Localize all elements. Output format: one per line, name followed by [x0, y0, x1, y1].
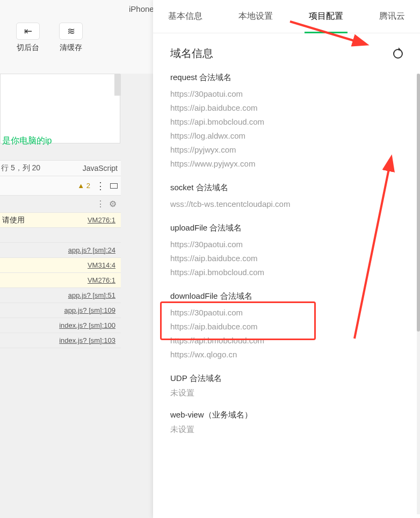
- domain-group-label: web-view（业务域名）: [170, 410, 403, 420]
- domain-item: https://api.bmobcloud.com: [170, 265, 403, 279]
- log-row[interactable]: app.js? [sm]:24: [0, 243, 121, 258]
- domain-item: https://pyjwyx.com: [170, 143, 403, 157]
- warning-count[interactable]: ▲ 2: [77, 182, 90, 190]
- domain-unset: 未设置: [170, 388, 403, 398]
- console-settings-row: ⋮ ⚙: [0, 196, 121, 213]
- language-label: JavaScript: [83, 164, 121, 172]
- domain-item: https://30paotui.com: [170, 87, 403, 101]
- domain-group-2: uploadFile 合法域名https://30paotui.comhttps…: [170, 223, 403, 279]
- domain-group-0: request 合法域名https://30paotui.comhttps://…: [170, 73, 403, 171]
- log-source-link[interactable]: VM276:1: [88, 276, 115, 284]
- log-row[interactable]: VM276:1: [0, 273, 121, 288]
- gear-icon[interactable]: ⚙: [109, 199, 117, 209]
- toolbar-button-icon[interactable]: ≋: [59, 23, 83, 40]
- ip-hint-text: 是你电脑的ip: [0, 135, 52, 147]
- domain-group-label: request 合法域名: [170, 73, 403, 83]
- panel-tab-2[interactable]: 项目配置: [305, 0, 347, 33]
- log-row[interactable]: 请使用VM276:1: [0, 213, 121, 228]
- domain-group-label: socket 合法域名: [170, 183, 403, 193]
- scrollbar-thumb[interactable]: [417, 74, 420, 332]
- toolbar-button-icon[interactable]: ⇤: [16, 23, 40, 40]
- section-title: 域名信息: [170, 46, 213, 61]
- panel-toggle-icon[interactable]: [110, 183, 118, 189]
- log-source-link[interactable]: VM314:4: [88, 261, 115, 269]
- log-row[interactable]: app.js? [sm]:109: [0, 303, 121, 318]
- console-status-bar: ▲ 2 ⋮: [0, 176, 121, 196]
- more-icon[interactable]: ⋮: [96, 199, 105, 209]
- domain-unset: 未设置: [170, 425, 403, 435]
- domain-group-label: UDP 合法域名: [170, 373, 403, 384]
- log-row[interactable]: app.js? [sm]:51: [0, 288, 121, 303]
- log-row[interactable]: [0, 228, 121, 243]
- refresh-icon[interactable]: [393, 49, 403, 59]
- more-icon[interactable]: ⋮: [96, 180, 105, 192]
- domain-item: https://log.aldwx.com: [170, 129, 403, 143]
- log-source-link[interactable]: app.js? [sm]:51: [68, 291, 115, 299]
- console-log-list: 请使用VM276:1app.js? [sm]:24VM314:4VM276:1a…: [0, 213, 121, 348]
- domain-group-1: socket 合法域名wss://tcb-ws.tencentcloudapi.…: [170, 183, 403, 211]
- log-source-link[interactable]: index.js? [sm]:103: [59, 336, 115, 344]
- domain-group-3: downloadFile 合法域名https://30paotui.comhtt…: [170, 291, 403, 362]
- panel-tab-0[interactable]: 基本信息: [164, 0, 207, 33]
- panel-tab-1[interactable]: 本地设置: [234, 0, 277, 33]
- panel-tab-3[interactable]: 腾讯云: [375, 0, 409, 33]
- domain-item: https://30paotui.com: [170, 238, 403, 251]
- code-editor-area: [0, 74, 120, 143]
- domain-item: wss://tcb-ws.tencentcloudapi.com: [170, 197, 403, 211]
- log-source-link[interactable]: VM276:1: [88, 216, 115, 224]
- panel-body[interactable]: 域名信息 request 合法域名https://30paotui.comhtt…: [153, 33, 420, 518]
- domain-item: https://aip.baidubce.com: [170, 320, 403, 334]
- toolbar-label: 清缓存: [60, 43, 82, 53]
- toolbar-item-1[interactable]: ≋清缓存: [59, 23, 83, 53]
- domain-item: https://wx.qlogo.cn: [170, 348, 403, 362]
- domain-item: https://www.pyjwyx.com: [170, 157, 403, 171]
- device-label: iPhone: [129, 4, 154, 13]
- log-source-link[interactable]: index.js? [sm]:100: [59, 321, 115, 329]
- domain-item: https://api.bmobcloud.com: [170, 115, 403, 129]
- details-panel: 基本信息本地设置项目配置腾讯云 域名信息 request 合法域名https:/…: [153, 0, 420, 518]
- log-row[interactable]: index.js? [sm]:103: [0, 333, 121, 348]
- domain-item: https://30paotui.com: [170, 306, 403, 320]
- log-source-link[interactable]: app.js? [sm]:109: [64, 306, 115, 314]
- domain-group-5: web-view（业务域名）未设置: [170, 410, 403, 435]
- toolbar-label: 切后台: [17, 43, 39, 53]
- domain-group-4: UDP 合法域名未设置: [170, 373, 403, 398]
- domain-item: https://api.bmobcloud.com: [170, 334, 403, 348]
- panel-tabs: 基本信息本地设置项目配置腾讯云: [153, 0, 420, 33]
- log-source-link[interactable]: app.js? [sm]:24: [68, 246, 115, 254]
- log-row[interactable]: index.js? [sm]:100: [0, 318, 121, 333]
- log-row[interactable]: VM314:4: [0, 258, 121, 273]
- domain-group-label: downloadFile 合法域名: [170, 291, 403, 301]
- domain-group-label: uploadFile 合法域名: [170, 223, 403, 233]
- editor-status-bar: 行 5，列 20 JavaScript: [0, 160, 121, 176]
- domain-item: https://aip.baidubce.com: [170, 101, 403, 115]
- toolbar-item-0[interactable]: ⇤切后台: [16, 23, 40, 53]
- log-text: 请使用: [2, 215, 25, 225]
- cursor-position: 行 5，列 20: [0, 163, 40, 173]
- scrollbar[interactable]: [417, 74, 420, 514]
- domain-item: https://aip.baidubce.com: [170, 251, 403, 265]
